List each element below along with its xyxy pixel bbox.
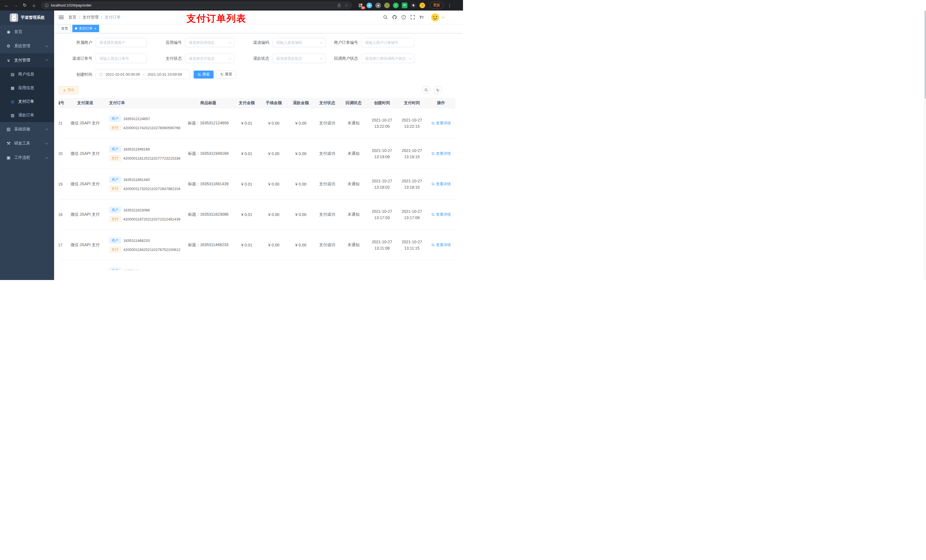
- ext-blue-icon[interactable]: ◈: [366, 3, 372, 8]
- filter-label: 支付状态: [147, 56, 185, 61]
- logo[interactable]: 芋道管理系统: [0, 11, 54, 25]
- sidebar-item-workflow[interactable]: ▣ 工作流程: [0, 151, 54, 165]
- sidebar-item-system[interactable]: ⚙ 系统管理: [0, 39, 54, 53]
- view-detail-link[interactable]: 查看详情: [431, 181, 451, 187]
- back-icon[interactable]: ←: [3, 2, 10, 9]
- filter-label: 商户订单编号: [325, 40, 362, 45]
- merchant-order-no-field: [362, 38, 414, 47]
- channel-order-no-input[interactable]: [96, 54, 147, 63]
- sidebar-item-pay-order[interactable]: ◎ 支付订单: [0, 95, 54, 109]
- filter-label: 所属商户: [59, 40, 96, 45]
- table-row[interactable]: 商户 16353114 支付 查看详情: [59, 260, 455, 270]
- close-icon[interactable]: ×: [94, 27, 97, 30]
- merchant-order-no: 1635311881440: [123, 178, 150, 182]
- browser-menu-icon[interactable]: ⋮: [448, 3, 452, 8]
- update-button[interactable]: 更新: [430, 2, 443, 9]
- reset-button[interactable]: ↻ 重置: [216, 71, 236, 78]
- breadcrumb-item-payment[interactable]: 支付管理: [83, 15, 98, 20]
- merchant-input[interactable]: [96, 38, 147, 47]
- order-id: 19: [59, 182, 62, 186]
- chevron-down-icon: [45, 142, 48, 145]
- table-row[interactable]: 19 微信 JSAPI 支付 商户 1635311881440 支付 42000…: [59, 169, 455, 199]
- bookmark-star-icon[interactable]: ☆: [345, 3, 348, 8]
- table-row[interactable]: 21 微信 JSAPI 支付 商户 1635312124657 支付 42000…: [59, 108, 455, 139]
- share-icon[interactable]: [337, 3, 341, 8]
- ext-dark-icon[interactable]: ♞: [411, 3, 416, 8]
- logo-avatar: [10, 14, 18, 22]
- svg-text:?: ?: [403, 16, 404, 19]
- pay-time: 2021-10-27 13:17:08: [400, 208, 424, 221]
- menu-fold-icon[interactable]: [59, 16, 64, 19]
- sidebar-item-refund-order[interactable]: ▧ 退款订单: [0, 109, 54, 122]
- search-icon: [431, 122, 435, 125]
- export-button-label: 导出: [68, 88, 75, 92]
- ext-olive-icon[interactable]: [384, 3, 390, 8]
- date-start[interactable]: 2021-10-01 00:00:00: [106, 72, 140, 77]
- forward-icon[interactable]: →: [12, 2, 20, 9]
- chevron-up-icon: [45, 59, 48, 62]
- merchant-tag: 商户: [109, 116, 121, 122]
- reload-icon[interactable]: ↻: [21, 2, 29, 9]
- table-row[interactable]: 20 微信 JSAPI 支付 商户 1635311949168 支付 42000…: [59, 139, 455, 169]
- export-button[interactable]: 导出: [59, 86, 79, 94]
- pay-status: 支付成功: [319, 151, 335, 155]
- chevron-down-icon[interactable]: [442, 15, 445, 18]
- view-detail-link[interactable]: 查看详情: [431, 212, 451, 217]
- fullscreen-icon[interactable]: [410, 15, 415, 20]
- address-bar[interactable]: localhost:1024/pay/order ☆: [41, 2, 352, 9]
- ext-chat-icon[interactable]: ✉: [402, 3, 407, 8]
- view-detail-link[interactable]: 查看详情: [431, 242, 451, 248]
- search-icon[interactable]: [383, 15, 388, 20]
- sidebar-item-label: 应用信息: [18, 85, 34, 91]
- app-input[interactable]: [185, 38, 235, 47]
- tab-pay-order[interactable]: 支付订单 ×: [72, 25, 99, 32]
- ext-emoji-icon[interactable]: ツ: [419, 3, 425, 8]
- view-detail-link[interactable]: 查看详情: [431, 151, 451, 156]
- table-row[interactable]: 18 微信 JSAPI 支付 商户 1635311823086 支付 42000…: [59, 199, 455, 230]
- font-size-icon[interactable]: TT: [419, 15, 424, 20]
- search-icon: [431, 243, 435, 247]
- refund-amount: ¥ 0.00: [295, 151, 306, 156]
- home-icon[interactable]: ⌂: [30, 2, 38, 9]
- search-button[interactable]: 搜索: [194, 71, 213, 78]
- toggle-search-button[interactable]: [422, 86, 430, 94]
- date-end[interactable]: 2021-10-31 23:59:59: [147, 72, 182, 77]
- ext-check-icon[interactable]: ✓: [393, 3, 399, 8]
- ext-gray-icon[interactable]: ●: [375, 3, 381, 8]
- tab-home[interactable]: 首页: [59, 25, 71, 32]
- pay-time: 2021-10-27 13:18:10: [400, 178, 424, 190]
- github-icon[interactable]: [392, 15, 397, 20]
- pay-time: 2021-10-27 13:19:15: [400, 147, 424, 160]
- merchant-tag: 商户: [109, 207, 121, 213]
- col-header-status: 支付状态: [314, 100, 340, 106]
- channel-code-input[interactable]: [272, 38, 325, 47]
- logo-title: 芋道管理系统: [21, 15, 45, 20]
- notify-status-input[interactable]: [362, 54, 414, 63]
- order-id: 17: [59, 243, 62, 247]
- sidebar-item-home[interactable]: ◉ 首页: [0, 25, 54, 39]
- pay-order-icon: ◎: [10, 99, 15, 104]
- sidebar-item-label: 基础设施: [14, 127, 30, 132]
- breadcrumb-item-home[interactable]: 首页: [68, 15, 76, 20]
- user-avatar[interactable]: [431, 13, 443, 22]
- sidebar-item-merchant-info[interactable]: ▤ 商户信息: [0, 68, 54, 81]
- info-icon[interactable]: [45, 3, 49, 8]
- url-text[interactable]: localhost:1024/pay/order: [51, 3, 335, 8]
- help-icon[interactable]: ?: [401, 15, 406, 20]
- merchant-order-no-input[interactable]: [362, 38, 414, 47]
- view-detail-link[interactable]: 查看详情: [431, 121, 451, 126]
- product-title: 标题：1635311468233: [188, 242, 228, 247]
- sidebar-item-payment[interactable]: ¥ 支付管理: [0, 53, 54, 68]
- pay-status: 支付成功: [319, 212, 335, 217]
- create-time-range-picker[interactable]: 2021-10-01 00:00:00 - 2021-10-31 23:59:5…: [96, 70, 190, 79]
- pay-status-input[interactable]: [185, 54, 235, 63]
- sidebar-item-infra[interactable]: ▥ 基础设施: [0, 122, 54, 136]
- refresh-table-button[interactable]: ↻: [434, 86, 442, 94]
- sidebar-item-devtools[interactable]: ⚒ 研发工具: [0, 136, 54, 151]
- table-row[interactable]: 17 微信 JSAPI 支付 商户 1635311468233 支付 42000…: [59, 230, 455, 260]
- view-detail-label: 查看详情: [436, 151, 451, 156]
- ext-colorful-icon[interactable]: 10: [358, 3, 363, 8]
- extensions-area: 10 ◈ ● ✓ ✉ ♞ ツ: [358, 3, 425, 8]
- refund-status-input[interactable]: [272, 54, 325, 63]
- sidebar-item-app-info[interactable]: ▦ 应用信息: [0, 81, 54, 95]
